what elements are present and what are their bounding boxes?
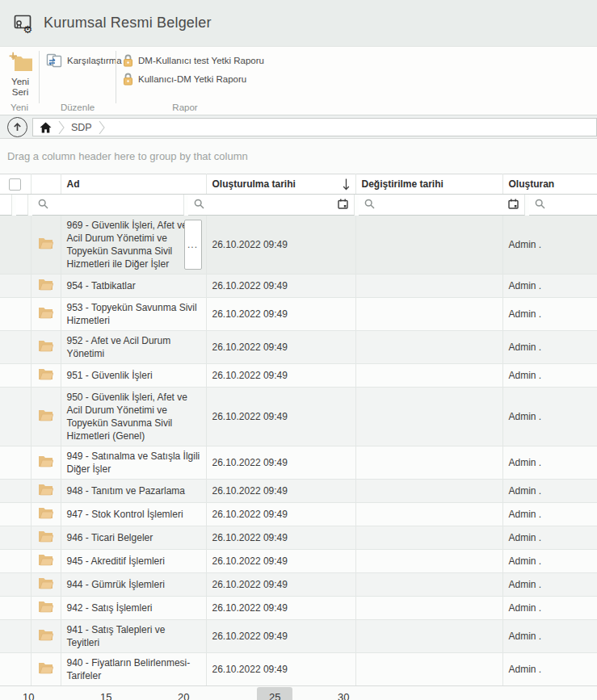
ribbon-group-label-yeni: Yeni bbox=[0, 103, 39, 112]
folder-name: 944 - Gümrük İşlemleri bbox=[67, 578, 200, 591]
table-row[interactable]: 946 - Ticari Belgeler26.10.2022 09:49Adm… bbox=[0, 526, 597, 550]
created-date-cell: 26.10.2022 09:49 bbox=[206, 597, 355, 620]
pager-item-15[interactable]: 15 bbox=[100, 689, 111, 700]
folder-name-cell[interactable]: 940 - Fiyatların Belirlenmesi-Tarifeler bbox=[61, 653, 206, 686]
folder-name-cell[interactable]: 944 - Gümrük İşlemleri bbox=[61, 573, 206, 597]
compare-button[interactable]: Karşılaştırma bbox=[46, 53, 122, 68]
row-select-cell[interactable] bbox=[0, 216, 31, 275]
column-header-degistirilme[interactable]: Değiştirilme tarihi bbox=[355, 174, 502, 195]
table-row[interactable]: 941 - Satış Talepleri ve Teyitleri26.10.… bbox=[0, 620, 597, 653]
folder-icon bbox=[38, 628, 53, 641]
select-all-checkbox[interactable] bbox=[9, 178, 21, 191]
page-title: Kurumsal Resmi Belgeler bbox=[44, 15, 212, 31]
up-button[interactable] bbox=[7, 117, 27, 137]
folder-name: 940 - Fiyatların Belirlenmesi-Tarifeler bbox=[67, 656, 200, 682]
folder-name-cell[interactable]: 953 - Topyekün Savunma Sivil Hizmetleri bbox=[61, 298, 206, 331]
table-row[interactable]: 951 - Güvenlik İşleri26.10.2022 09:49Adm… bbox=[0, 364, 597, 388]
pager-item-30[interactable]: 30 bbox=[338, 689, 349, 700]
folder-icon bbox=[38, 455, 53, 467]
user-dm-report-button[interactable]: Kullanıcı-DM Yetki Raporu bbox=[123, 73, 246, 86]
table-row[interactable]: 940 - Fiyatların Belirlenmesi-Tarifeler2… bbox=[0, 653, 597, 686]
new-series-button[interactable]: Yeni Seri bbox=[5, 52, 36, 98]
folder-name: 949 - Satınalma ve Satışla İlgili Diğer … bbox=[67, 450, 200, 476]
lock-icon bbox=[123, 54, 133, 67]
table-row[interactable]: 942 - Satış İşlemleri26.10.2022 09:49Adm… bbox=[0, 597, 597, 620]
folder-name-cell[interactable]: 951 - Güvenlik İşleri bbox=[61, 364, 206, 388]
row-select-cell[interactable] bbox=[0, 550, 31, 573]
table-row[interactable]: 945 - Akreditif İşlemleri26.10.2022 09:4… bbox=[0, 550, 597, 573]
row-icon-cell bbox=[31, 526, 61, 550]
table-row[interactable]: 952 - Afet ve Acil Durum Yönetimi26.10.2… bbox=[0, 331, 597, 364]
pager-item-10[interactable]: 10 bbox=[23, 689, 34, 700]
folder-name-cell[interactable]: 942 - Satış İşlemleri bbox=[61, 597, 206, 620]
folder-name: 969 - Güvenlik İşleri, Afet ve Acil Duru… bbox=[67, 219, 200, 270]
svg-text:⚙: ⚙ bbox=[23, 23, 33, 35]
folder-name-cell[interactable]: 969 - Güvenlik İşleri, Afet ve Acil Duru… bbox=[61, 216, 206, 275]
row-select-cell[interactable] bbox=[0, 446, 31, 480]
folder-name: 953 - Topyekün Savunma Sivil Hizmetleri bbox=[67, 301, 200, 327]
sort-desc-icon bbox=[343, 178, 350, 191]
folder-icon bbox=[38, 506, 53, 519]
row-icon-cell bbox=[31, 388, 61, 446]
table-row[interactable]: 949 - Satınalma ve Satışla İlgili Diğer … bbox=[0, 446, 597, 480]
filter-input-olusturan[interactable] bbox=[549, 198, 597, 209]
breadcrumb-item-sdp[interactable]: SDP bbox=[66, 122, 97, 133]
created-date-cell: 26.10.2022 09:49 bbox=[206, 364, 355, 388]
row-select-cell[interactable] bbox=[0, 503, 31, 526]
filter-row bbox=[0, 195, 31, 216]
filter-input-degistirilme[interactable] bbox=[379, 198, 504, 209]
folder-name-cell[interactable]: 952 - Afet ve Acil Durum Yönetimi bbox=[61, 331, 206, 364]
table-row[interactable]: 944 - Gümrük İşlemleri26.10.2022 09:49Ad… bbox=[0, 573, 597, 597]
folder-name-cell[interactable]: 949 - Satınalma ve Satışla İlgili Diğer … bbox=[61, 446, 206, 480]
filter-input-olusturulma[interactable] bbox=[208, 198, 334, 209]
table-row[interactable]: 947 - Stok Kontrol İşlemleri26.10.2022 0… bbox=[0, 503, 597, 526]
filter-input-ad[interactable] bbox=[53, 198, 178, 209]
creator-cell: Admin . bbox=[502, 550, 597, 573]
folder-icon bbox=[38, 576, 53, 589]
pager-item-25[interactable]: 25 bbox=[257, 687, 292, 700]
folder-name-cell[interactable]: 947 - Stok Kontrol İşlemleri bbox=[61, 503, 206, 526]
row-select-cell[interactable] bbox=[0, 298, 31, 331]
app-window: ⚙ Kurumsal Resmi Belgeler Yeni Seri Yeni bbox=[0, 0, 597, 700]
folder-icon bbox=[38, 661, 53, 674]
table-row[interactable]: 950 - Güvenlik İşleri, Afet ve Acil Duru… bbox=[0, 388, 597, 446]
row-select-cell[interactable] bbox=[0, 331, 31, 364]
folder-name: 942 - Satış İşlemleri bbox=[67, 601, 200, 614]
folder-name-cell[interactable]: 945 - Akreditif İşlemleri bbox=[61, 550, 206, 573]
column-header-olusturulma[interactable]: Oluşturulma tarihi bbox=[206, 174, 355, 195]
folder-name-cell[interactable]: 950 - Güvenlik İşleri, Afet ve Acil Duru… bbox=[61, 388, 206, 446]
user-dm-report-label: Kullanıcı-DM Yetki Raporu bbox=[138, 74, 246, 84]
cell-ellipsis-button[interactable]: ... bbox=[184, 220, 202, 270]
row-select-cell[interactable] bbox=[0, 388, 31, 446]
calendar-icon[interactable] bbox=[508, 199, 519, 209]
breadcrumb-home[interactable] bbox=[33, 122, 57, 133]
row-select-cell[interactable] bbox=[0, 364, 31, 388]
folder-name: 951 - Güvenlik İşleri bbox=[67, 369, 200, 382]
folder-name-cell[interactable]: 954 - Tatbikatlar bbox=[61, 275, 206, 298]
row-select-cell[interactable] bbox=[0, 526, 31, 550]
row-icon-cell bbox=[31, 503, 61, 526]
row-select-cell[interactable] bbox=[0, 653, 31, 686]
modified-date-cell bbox=[355, 597, 502, 620]
pager-item-20[interactable]: 20 bbox=[178, 689, 189, 700]
row-select-cell[interactable] bbox=[0, 620, 31, 653]
row-select-cell[interactable] bbox=[0, 275, 31, 298]
calendar-icon[interactable] bbox=[338, 199, 348, 209]
search-icon bbox=[38, 199, 48, 209]
row-select-cell[interactable] bbox=[0, 573, 31, 597]
table-row[interactable]: 954 - Tatbikatlar26.10.2022 09:49Admin . bbox=[0, 275, 597, 298]
row-select-cell[interactable] bbox=[0, 480, 31, 503]
column-header-olusturan[interactable]: Oluşturan bbox=[502, 174, 597, 195]
folder-name-cell[interactable]: 948 - Tanıtım ve Pazarlama bbox=[61, 480, 206, 503]
dm-user-test-report-button[interactable]: DM-Kullanıcı test Yetki Raporu bbox=[123, 54, 264, 67]
table-row[interactable]: 953 - Topyekün Savunma Sivil Hizmetleri2… bbox=[0, 298, 597, 331]
folder-name-cell[interactable]: 946 - Ticari Belgeler bbox=[61, 526, 206, 550]
folder-name-cell[interactable]: 941 - Satış Talepleri ve Teyitleri bbox=[61, 620, 206, 653]
column-header-ad[interactable]: Ad bbox=[61, 174, 206, 195]
created-date-cell: 26.10.2022 09:49 bbox=[206, 620, 355, 653]
created-date-cell: 26.10.2022 09:49 bbox=[206, 480, 355, 503]
table-row[interactable]: 969 - Güvenlik İşleri, Afet ve Acil Duru… bbox=[0, 216, 597, 275]
row-select-cell[interactable] bbox=[0, 597, 31, 620]
table-row[interactable]: 948 - Tanıtım ve Pazarlama26.10.2022 09:… bbox=[0, 480, 597, 503]
document-gear-icon: ⚙ bbox=[12, 12, 34, 34]
